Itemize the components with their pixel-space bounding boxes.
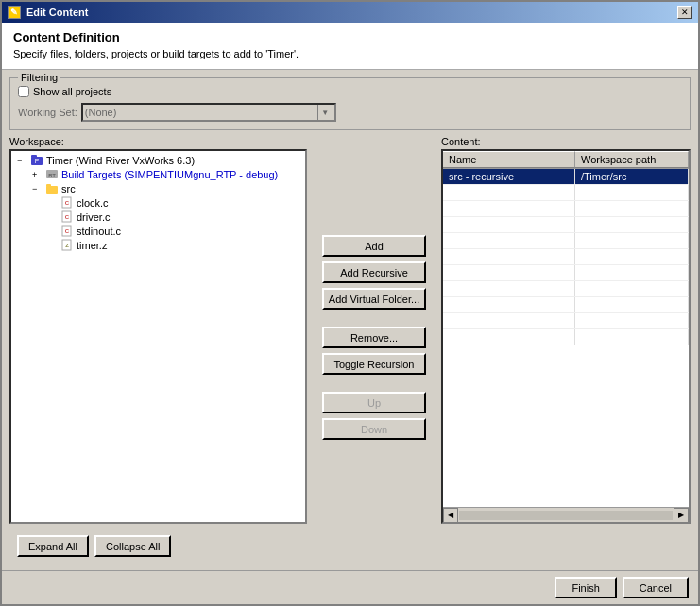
svg-rect-5 (46, 186, 58, 194)
col-name: Name (443, 151, 575, 168)
svg-text:Z: Z (65, 243, 69, 248)
main-body: Filtering Show all projects Working Set:… (2, 70, 698, 570)
toggle-recursion-button[interactable]: Toggle Recursion (322, 353, 426, 375)
show-all-row: Show all projects (18, 86, 682, 97)
tree-item-driver-c[interactable]: C driver.c (13, 210, 303, 224)
cfile-icon-driver: C (60, 210, 74, 223)
expand-icon-timer: − (17, 156, 28, 165)
content-table: Name Workspace path src - recursive /Tim… (441, 149, 691, 524)
footer: Finish Cancel (2, 570, 698, 604)
tree-label-driver: driver.c (77, 211, 110, 223)
table-row[interactable]: src - recursive /Timer/src (443, 169, 689, 185)
panels-area: Workspace: − P Timer (Wind River VxWorks… (9, 136, 691, 524)
td-path-src: /Timer/src (575, 169, 689, 184)
table-row-empty-8 (443, 297, 689, 313)
header-title: Content Definition (13, 30, 687, 44)
svg-text:P: P (35, 158, 40, 164)
tree-item-src[interactable]: − src (13, 181, 303, 195)
tree-item-stdinout-c[interactable]: C stdinout.c (13, 224, 303, 238)
table-row-empty-9 (443, 313, 689, 329)
svg-text:C: C (65, 214, 70, 220)
up-button[interactable]: Up (322, 392, 426, 413)
middle-buttons: Add Add Recursive Add Virtual Folder... … (315, 136, 434, 524)
tree-label-src: src (61, 183, 76, 194)
add-button[interactable]: Add (322, 235, 426, 257)
show-all-checkbox[interactable] (18, 86, 29, 97)
col-path: Workspace path (575, 151, 689, 168)
down-button[interactable]: Down (322, 418, 426, 440)
td-name-src: src - recursive (443, 169, 575, 184)
table-row-empty-3 (443, 217, 689, 233)
svg-text:BT: BT (48, 173, 56, 178)
scroll-left-icon[interactable]: ◀ (443, 508, 458, 523)
expand-icon-src: − (32, 184, 43, 194)
horizontal-scrollbar[interactable]: ◀ ▶ (443, 507, 689, 522)
table-body: src - recursive /Timer/src (443, 169, 689, 507)
svg-text:C: C (65, 228, 70, 234)
working-set-combo[interactable]: (None) ▼ (81, 103, 336, 122)
content-panel: Content: Name Workspace path src - recur… (441, 136, 691, 524)
tree-label-build: Build Targets (SIMPENTIUMgnu_RTP - debug… (61, 169, 278, 180)
filtering-legend: Filtering (18, 72, 60, 83)
table-header: Name Workspace path (443, 151, 689, 169)
zfile-icon-timer: Z (60, 239, 74, 251)
project-icon: P (30, 154, 43, 166)
workspace-label: Workspace: (9, 136, 307, 147)
cancel-button[interactable]: Cancel (623, 577, 689, 598)
window-title: Edit Content (26, 7, 88, 18)
table-row-empty-2 (443, 201, 689, 217)
scroll-track (459, 511, 673, 520)
tree-label-stdinout: stdinout.c (77, 226, 121, 237)
build-icon: BT (45, 168, 59, 180)
show-all-label: Show all projects (33, 86, 111, 97)
tree-label-timer: Timer (Wind River VxWorks 6.3) (46, 155, 195, 166)
tree-item-build-targets[interactable]: + BT Build Targets (SIMPENTIUMgnu_RTP - … (13, 167, 303, 181)
tree-item-timer-project[interactable]: − P Timer (Wind River VxWorks 6.3) (13, 153, 303, 167)
table-row-empty-7 (443, 281, 689, 297)
scroll-right-icon[interactable]: ▶ (674, 508, 689, 523)
tree-label-timerz: timer.z (77, 240, 107, 251)
working-set-label: Working Set: (18, 107, 77, 118)
close-button[interactable]: ✕ (677, 6, 692, 19)
cfile-icon-clock: C (60, 196, 74, 209)
title-bar-controls: ✕ (677, 6, 692, 19)
finish-button[interactable]: Finish (555, 577, 616, 598)
workspace-tree: − P Timer (Wind River VxWorks 6.3) + (9, 149, 307, 524)
title-bar: ✎ Edit Content ✕ (2, 2, 698, 23)
cfile-icon-stdinout: C (60, 225, 74, 237)
expand-icon-build: + (32, 170, 43, 179)
filtering-group: Filtering Show all projects Working Set:… (9, 77, 691, 130)
tree-label-clock: clock.c (77, 197, 109, 209)
table-row-empty-10 (443, 329, 689, 345)
header-description: Specify files, folders, projects or buil… (13, 48, 687, 59)
tree-item-timer-z[interactable]: Z timer.z (13, 238, 303, 252)
window-icon: ✎ (8, 6, 21, 19)
combo-arrow-icon[interactable]: ▼ (317, 105, 333, 120)
tree-item-clock-c[interactable]: C clock.c (13, 195, 303, 210)
content-label: Content: (441, 136, 691, 147)
table-row-empty-1 (443, 185, 689, 201)
add-virtual-folder-button[interactable]: Add Virtual Folder... (322, 288, 426, 310)
folder-icon-src (45, 182, 59, 194)
add-recursive-button[interactable]: Add Recursive (322, 261, 426, 283)
working-set-row: Working Set: (None) ▼ (18, 103, 682, 122)
table-row-empty-4 (443, 233, 689, 249)
svg-text:C: C (65, 200, 70, 206)
collapse-all-button[interactable]: Collapse All (94, 535, 171, 557)
remove-button[interactable]: Remove... (322, 327, 426, 348)
table-row-empty-5 (443, 249, 689, 265)
title-bar-text: ✎ Edit Content (8, 6, 88, 19)
content-definition-header: Content Definition Specify files, folder… (2, 23, 698, 70)
bottom-row: Expand All Collapse All (9, 530, 691, 563)
working-set-value: (None) (85, 107, 117, 118)
svg-rect-6 (46, 184, 51, 187)
workspace-panel: Workspace: − P Timer (Wind River VxWorks… (9, 136, 307, 524)
edit-content-window: ✎ Edit Content ✕ Content Definition Spec… (0, 0, 700, 606)
table-row-empty-6 (443, 265, 689, 281)
expand-all-button[interactable]: Expand All (17, 535, 89, 557)
